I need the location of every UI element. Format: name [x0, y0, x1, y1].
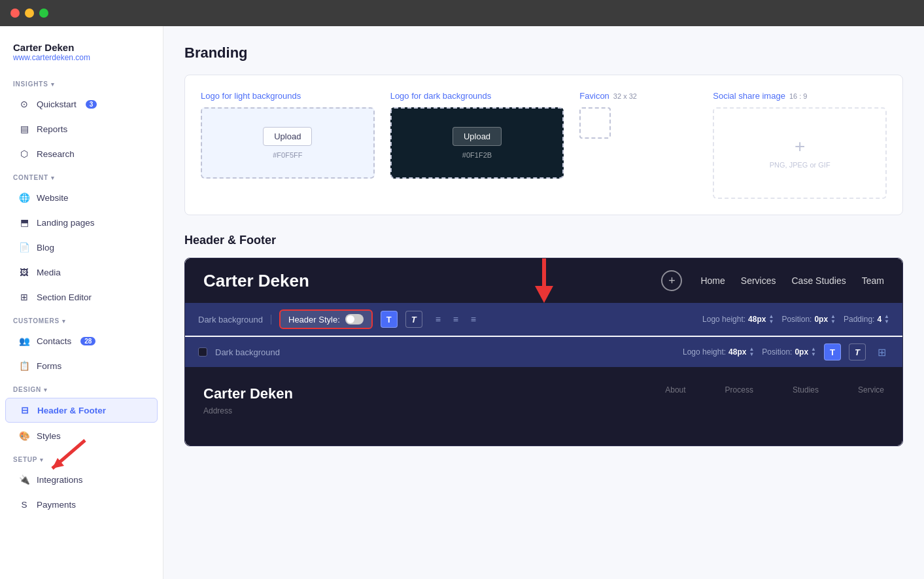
- footer-grid-icon[interactable]: ⊞: [874, 344, 889, 360]
- footer-logo-height-label: Logo height:: [683, 347, 726, 357]
- position-stepper[interactable]: ▲ ▼: [830, 314, 836, 325]
- sidebar-item-research[interactable]: ⬡ Research: [5, 142, 158, 166]
- logo-height-stepper[interactable]: ▲ ▼: [768, 314, 774, 325]
- brand-url: www.carterdeken.com: [13, 53, 150, 62]
- sidebar-item-website[interactable]: 🌐 Website: [5, 186, 158, 209]
- sidebar-item-section-editor[interactable]: ⊞ Section Editor: [5, 285, 158, 309]
- sidebar: Carter Deken www.carterdeken.com INSIGHT…: [0, 26, 163, 579]
- close-button[interactable]: [10, 9, 20, 18]
- minimize-button[interactable]: [25, 9, 34, 18]
- logo-dark-label: Logo for dark backgrounds: [390, 91, 564, 101]
- image-icon: 🖼: [18, 266, 30, 278]
- footer-col-about-label: About: [665, 385, 685, 395]
- clipboard-icon: 📋: [18, 360, 30, 372]
- file-text-icon: 📄: [18, 241, 30, 253]
- sidebar-item-quickstart[interactable]: ⊙ Quickstart 3: [5, 92, 158, 116]
- users-icon: 👥: [18, 335, 30, 347]
- footer-col-process-label: Process: [725, 385, 753, 395]
- social-section: Social share image 16 : 9 + PNG, JPEG or…: [713, 91, 887, 199]
- favicon-size: 32 x 32: [613, 92, 637, 100]
- header-toolbar: Dark background Header Style: T T ≡ ≡ ≡ …: [185, 303, 902, 336]
- padding-down[interactable]: ▼: [884, 319, 889, 325]
- nav-case-studies[interactable]: Case Studies: [791, 275, 846, 286]
- position-down[interactable]: ▼: [830, 319, 836, 325]
- layout-icon: ⬒: [18, 217, 30, 228]
- padding-prop: Padding: 4 ▲ ▼: [844, 314, 889, 325]
- padding-stepper[interactable]: ▲ ▼: [884, 314, 889, 325]
- logo-dark-upload-area[interactable]: Upload #0F1F2B: [390, 107, 564, 179]
- text-style-italic[interactable]: T: [405, 311, 422, 328]
- nav-team[interactable]: Team: [862, 275, 884, 286]
- header-style-control[interactable]: Header Style:: [279, 309, 373, 329]
- layout-top-icon: ⊟: [19, 404, 31, 416]
- sidebar-item-header-footer[interactable]: ⊟ Header & Footer: [5, 398, 158, 423]
- logo-dark-color: #0F1F2B: [462, 151, 492, 159]
- footer-dark-bg-checkbox[interactable]: [198, 347, 207, 357]
- align-center-button[interactable]: ≡: [448, 311, 464, 327]
- logo-light-upload-button[interactable]: Upload: [263, 127, 312, 146]
- sidebar-item-blog[interactable]: 📄 Blog: [5, 236, 158, 259]
- logo-height-value: 48px: [748, 315, 766, 324]
- position-value: 0px: [814, 315, 828, 324]
- logo-dark-upload-button[interactable]: Upload: [453, 127, 502, 146]
- position-label: Position:: [781, 315, 812, 324]
- favicon-section: Favicon 32 x 32: [579, 91, 697, 139]
- footer-logo-height-value: 48px: [728, 347, 746, 357]
- social-ratio: 16 : 9: [789, 92, 808, 100]
- logo-height-down[interactable]: ▼: [768, 319, 774, 325]
- footer-col-process: Process: [725, 385, 753, 427]
- text-style-bold[interactable]: T: [381, 311, 398, 328]
- brand-name: Carter Deken: [13, 42, 150, 53]
- dollar-icon: S: [18, 499, 30, 510]
- logo-height-label: Logo height:: [702, 315, 745, 324]
- footer-text-style-t2[interactable]: T: [849, 343, 866, 360]
- logo-dark-section: Logo for dark backgrounds Upload #0F1F2B: [390, 91, 564, 179]
- sidebar-item-styles[interactable]: 🎨 Styles: [5, 424, 158, 447]
- social-plus-icon: +: [795, 137, 805, 156]
- header-style-label: Header Style:: [288, 315, 340, 325]
- footer-position-stepper[interactable]: ▲ ▼: [811, 347, 816, 357]
- section-label-setup: SETUP ▾: [0, 448, 163, 467]
- section-label-insights: INSIGHTS ▾: [0, 73, 163, 92]
- logo-light-upload-area[interactable]: Upload #F0F5FF: [201, 107, 375, 179]
- window-chrome: [0, 0, 924, 26]
- sidebar-item-contacts[interactable]: 👥 Contacts 28: [5, 329, 158, 353]
- footer-col-service-label: Service: [858, 385, 884, 395]
- align-left-button[interactable]: ≡: [430, 311, 446, 327]
- header-footer-title: Header & Footer: [184, 234, 903, 247]
- nav-services[interactable]: Services: [741, 275, 776, 286]
- logo-light-section: Logo for light backgrounds Upload #F0F5F…: [201, 91, 375, 179]
- sidebar-item-media[interactable]: 🖼 Media: [5, 260, 158, 284]
- position-prop: Position: 0px ▲ ▼: [781, 314, 836, 325]
- footer-text-style-t1[interactable]: T: [824, 343, 841, 360]
- main-content: Branding Logo for light backgrounds Uplo…: [163, 26, 924, 579]
- header-add-nav-button[interactable]: +: [661, 270, 682, 291]
- nav-home[interactable]: Home: [700, 275, 725, 286]
- footer-logo-height-prop: Logo height: 48px ▲ ▼: [683, 347, 754, 357]
- favicon-box[interactable]: [579, 107, 611, 139]
- sidebar-item-landing-pages[interactable]: ⬒ Landing pages: [5, 211, 158, 234]
- sidebar-item-reports[interactable]: ▤ Reports: [5, 117, 158, 141]
- palette-icon: 🎨: [18, 430, 30, 442]
- footer-logo-height-stepper[interactable]: ▲ ▼: [749, 347, 754, 357]
- favicon-label: Favicon: [579, 91, 609, 101]
- sidebar-item-payments[interactable]: S Payments: [5, 493, 158, 516]
- footer-preview: Carter Deken Address About Process Studi…: [185, 367, 902, 446]
- padding-value: 4: [877, 315, 881, 324]
- fullscreen-button[interactable]: [39, 9, 48, 18]
- sidebar-item-integrations[interactable]: 🔌 Integrations: [5, 468, 158, 491]
- social-hint: PNG, JPEG or GIF: [770, 161, 830, 169]
- footer-brand-col: Carter Deken Address: [203, 385, 293, 427]
- header-style-toggle[interactable]: [345, 314, 364, 325]
- footer-position-prop: Position: 0px ▲ ▼: [762, 347, 816, 357]
- social-upload-area[interactable]: + PNG, JPEG or GIF: [713, 107, 887, 199]
- section-label-design: DESIGN ▾: [0, 378, 163, 397]
- sidebar-brand: Carter Deken www.carterdeken.com: [0, 37, 163, 73]
- compass-icon: ⊙: [18, 98, 30, 110]
- logo-light-color: #F0F5FF: [273, 151, 302, 159]
- section-label-customers: CUSTOMERS ▾: [0, 309, 163, 328]
- bar-chart-icon: ▤: [18, 123, 30, 135]
- branding-card: Logo for light backgrounds Upload #F0F5F…: [184, 75, 903, 215]
- align-right-button[interactable]: ≡: [466, 311, 481, 327]
- sidebar-item-forms[interactable]: 📋 Forms: [5, 354, 158, 377]
